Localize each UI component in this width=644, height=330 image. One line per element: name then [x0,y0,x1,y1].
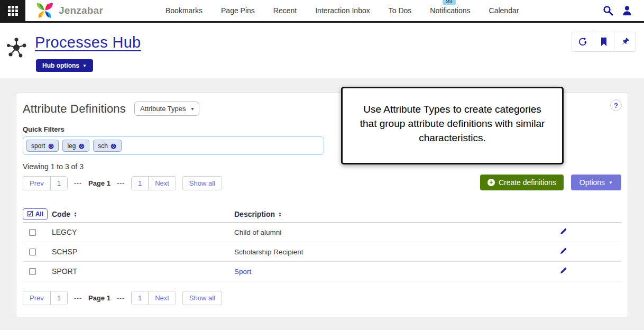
table-row: LEGCY Child of alumni [23,223,621,242]
pin-page-button[interactable] [614,32,636,51]
panel-title: Attribute Definitions [23,102,126,116]
pagination-ellipsis: --- [117,295,125,302]
nav-page-pins[interactable]: Page Pins [221,6,255,15]
filter-chip: leg ⊗ [62,140,89,152]
page-number-button[interactable]: 1 [132,177,149,190]
select-all-label: All [35,210,43,218]
edit-pencil-icon[interactable] [559,247,567,257]
column-header-description[interactable]: Description ▲▼ [234,210,282,218]
attribute-type-dropdown[interactable]: Attribute Types ▾ [134,102,200,116]
logo-text: Jenzabar [59,5,103,16]
refresh-add-button[interactable] [572,32,593,51]
row-code: LEGCY [52,228,77,236]
nav-calendar[interactable]: Calendar [489,6,519,15]
row-checkbox[interactable] [29,249,36,255]
sort-icon: ▲▼ [73,212,77,217]
plus-icon: + [487,179,495,186]
app-grid-icon [8,6,18,16]
sort-icon: ▲▼ [278,212,282,217]
edit-pencil-icon[interactable] [559,267,567,277]
show-all-button[interactable]: Show all [182,291,222,305]
search-icon[interactable] [603,5,613,16]
header-action-icon-group [572,32,636,52]
filter-chip: sport ⊗ [26,140,59,152]
filter-chip-label: leg [67,142,76,150]
remove-filter-icon[interactable]: ⊗ [48,142,54,150]
nav-notifications-label: Notifications [430,6,470,15]
filter-chip-label: sport [31,142,45,150]
current-page-label: Page 1 [88,179,111,187]
pagination-top: Prev 1 --- Page 1 --- 1 Next Show all [23,176,222,190]
processes-hub-icon [4,36,29,63]
nav-recent[interactable]: Recent [273,6,297,15]
topbar-right-icons [603,5,632,16]
select-all-button[interactable]: ☑ All [23,208,48,220]
table-row: SPORT Sport [23,262,621,281]
current-page-label: Page 1 [88,294,111,302]
row-description: Sport [234,268,251,276]
edit-pencil-icon[interactable] [559,227,567,237]
page-header: Processes Hub Hub options ▼ [0,24,644,78]
next-page-button[interactable]: Next [149,291,176,305]
attribute-definitions-table: ☑ All Code ▲▼ Description ▲▼ [23,206,621,281]
help-icon[interactable]: ? [610,99,622,111]
nav-bookmarks[interactable]: Bookmarks [165,6,203,15]
row-description: Child of alumni [234,228,281,236]
page-title-link[interactable]: Processes Hub [35,34,141,51]
hub-options-label: Hub options [42,62,79,69]
user-profile-icon[interactable] [622,5,632,16]
quick-filter-input[interactable]: sport ⊗ leg ⊗ sch ⊗ [23,136,324,155]
table-header-row: ☑ All Code ▲▼ Description ▲▼ [23,206,621,223]
description-header-label: Description [234,210,275,218]
pagination-ellipsis: --- [74,180,82,187]
create-definitions-button[interactable]: + Create definitions [480,175,564,190]
help-callout-box: Use Attribute Types to create categories… [341,87,564,164]
row-code: SPORT [52,267,77,276]
page-number-button[interactable]: 1 [132,291,149,305]
help-callout-text: Use Attribute Types to create categories… [356,102,548,163]
pagination-bottom: Prev 1 --- Page 1 --- 1 Next Show all [23,291,222,305]
bookmark-page-button[interactable] [593,32,614,51]
table-row: SCHSP Scholarship Recipient [23,242,621,262]
chevron-down-icon: ▼ [82,63,87,68]
code-header-label: Code [52,210,70,218]
nav-interaction-inbox[interactable]: Interaction Inbox [315,6,370,15]
options-button[interactable]: Options ▼ [571,175,621,190]
column-header-code[interactable]: Code ▲▼ [52,210,77,218]
remove-filter-icon[interactable]: ⊗ [111,142,117,150]
page-number-button[interactable]: 1 [51,291,67,305]
jenzabar-logo[interactable]: Jenzabar [35,2,103,20]
dropdown-chevron-icon: ▾ [191,106,194,112]
filter-chip-label: sch [98,142,108,150]
filter-chip: sch ⊗ [93,140,121,152]
page-number-button[interactable]: 1 [51,177,67,190]
options-label: Options [579,178,605,187]
nav-to-dos[interactable]: To Dos [389,6,412,15]
nav-notifications[interactable]: 99 Notifications [430,6,470,15]
butterfly-logo-icon [35,2,55,20]
prev-page-button[interactable]: Prev [23,177,51,190]
top-navigation-bar: Jenzabar Bookmarks Page Pins Recent Inte… [0,0,644,23]
checkbox-check-icon: ☑ [27,210,33,217]
hub-options-button[interactable]: Hub options ▼ [36,59,93,72]
top-nav-items: Bookmarks Page Pins Recent Interaction I… [165,6,519,15]
chevron-down-icon: ▼ [609,180,613,185]
remove-filter-icon[interactable]: ⊗ [78,142,85,150]
row-checkbox[interactable] [29,229,36,236]
show-all-button[interactable]: Show all [182,176,222,190]
row-code: SCHSP [52,248,77,256]
pagination-ellipsis: --- [117,180,125,187]
create-definitions-label: Create definitions [499,178,556,187]
prev-page-button[interactable]: Prev [23,291,51,305]
attribute-type-dropdown-value: Attribute Types [140,105,186,113]
notifications-count-badge: 99 [443,0,455,5]
pagination-ellipsis: --- [74,295,82,302]
row-checkbox[interactable] [29,268,36,275]
next-page-button[interactable]: Next [149,177,176,190]
app-grid-button[interactable] [0,0,25,22]
row-description: Scholarship Recipient [234,248,303,256]
